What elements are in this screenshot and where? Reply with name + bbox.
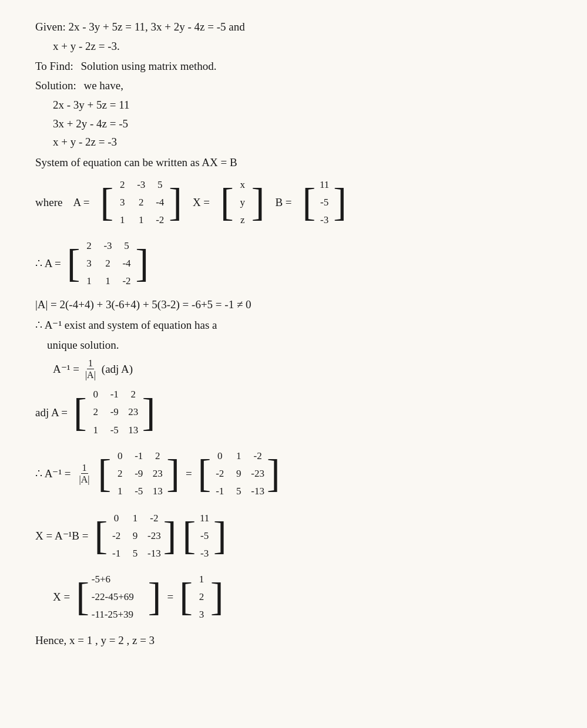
- bracket-right-ainvBL: ]: [163, 519, 177, 553]
- adj13: 2: [127, 386, 140, 403]
- where-label: where: [35, 193, 62, 211]
- bracket-left-A2: [: [67, 247, 80, 281]
- br3: -3: [198, 545, 211, 562]
- a32: 1: [135, 212, 147, 228]
- adj11: 0: [89, 386, 102, 403]
- bracket-right-invL: ]: [166, 457, 180, 491]
- bracket-right-adjA: ]: [142, 396, 156, 430]
- tofind-text: Solution using matrix method.: [80, 60, 216, 72]
- a2-23: -4: [120, 255, 133, 272]
- il12: -1: [132, 448, 145, 464]
- ainvB-right-matrix: [ 11 -5 -3 ]: [182, 508, 226, 564]
- a2-32: 1: [102, 273, 115, 289]
- fraction-den: |A|: [84, 369, 97, 380]
- x2: y: [236, 194, 249, 211]
- therefore-A-label: ∴ A =: [35, 254, 61, 272]
- ainv-formula-label: A⁻¹ =: [53, 360, 79, 378]
- bl22: 9: [129, 528, 142, 544]
- eq3-line: x + y - 2z = -3: [35, 133, 558, 151]
- B-matrix-content: 11 -5 -3: [316, 174, 333, 231]
- adjA-matrix: [ 0 -1 2 2 -9 23 1 -5 13 ]: [73, 384, 155, 440]
- x1: x: [236, 177, 249, 193]
- br2: -5: [198, 528, 211, 544]
- inv-right-matrix: [ 0 1 -2 -2 9 -23 -1 5 -13 ]: [198, 446, 280, 502]
- ainv-exist-line: ∴ A⁻¹ exist and system of equation has a: [35, 316, 558, 334]
- fraction-num: 1: [87, 358, 94, 369]
- x-result-content: 1 2 3: [193, 569, 210, 625]
- A-label: A =: [73, 193, 89, 211]
- xc2: -22-45+69: [92, 589, 146, 605]
- solution-label: Solution:: [35, 79, 76, 92]
- ir21: -2: [213, 466, 226, 482]
- xc1: -5+6: [92, 571, 146, 588]
- bl12: 1: [129, 510, 142, 527]
- bracket-right-B: ]: [333, 186, 347, 220]
- a2-33: -2: [120, 273, 133, 289]
- adjA-label: adj A =: [35, 403, 68, 422]
- inv-right-matrix-content: 0 1 -2 -2 9 -23 -1 5 -13: [211, 446, 267, 502]
- il13: 2: [151, 448, 164, 464]
- x-calc-row: X = [ -5+6 -22-45+69 -11-25+39 ] = [ 1 2…: [35, 569, 558, 625]
- il33: 13: [151, 483, 164, 500]
- B-label: B =: [275, 193, 291, 211]
- ir31: -1: [213, 483, 226, 500]
- adjA-row: adj A = [ 0 -1 2 2 -9 23 1 -5 13 ]: [35, 384, 558, 440]
- il32: -5: [132, 483, 145, 500]
- det-line: |A| = 2(-4+4) + 3(-6+4) + 5(3-2) = -6+5 …: [35, 295, 558, 314]
- bracket-right-xresult: ]: [210, 580, 224, 614]
- il11: 0: [113, 448, 126, 464]
- il22: -9: [132, 466, 145, 482]
- a2-31: 1: [83, 273, 96, 289]
- ir13: -2: [251, 448, 264, 464]
- x-calc-label: X =: [35, 588, 70, 606]
- fraction-num2: 1: [81, 462, 88, 474]
- equals-sign: =: [186, 464, 192, 483]
- A-matrix2: [ 2 -3 5 3 2 -4 1 1 -2 ]: [67, 235, 149, 292]
- a11: 2: [116, 177, 129, 193]
- x-calc-matrix: [ -5+6 -22-45+69 -11-25+39 ]: [76, 569, 161, 625]
- x-result-matrix: [ 1 2 3 ]: [179, 569, 223, 625]
- eq1: 2x - 3y + 5z = 11: [53, 99, 130, 111]
- A-matrix: [ 2 -3 5 3 2 -4 1 1 -2 ]: [100, 174, 182, 231]
- bl32: 5: [129, 545, 142, 562]
- adj31: 1: [89, 422, 102, 439]
- xr3: 3: [195, 606, 208, 623]
- fraction-1-detA: 1 |A|: [84, 358, 97, 380]
- x3: z: [236, 212, 249, 228]
- X-matrix: [ x y z ]: [220, 174, 264, 231]
- bracket-right-xcalc: ]: [148, 580, 162, 614]
- matrices-row: where A = [ 2 -3 5 3 2 -4 1 1 -2 ] X = […: [35, 174, 558, 231]
- eq1-line: 2x - 3y + 5z = 11: [35, 96, 558, 114]
- A-matrix2-content: 2 -3 5 3 2 -4 1 1 -2: [80, 235, 136, 292]
- adj33: 13: [127, 422, 140, 439]
- xAinvB-row: X = A⁻¹B = [ 0 1 -2 -2 9 -23 -1 5 -13 ] …: [35, 508, 558, 564]
- det-text: |A| = 2(-4+4) + 3(-6+4) + 5(3-2) = -6+5 …: [35, 298, 251, 311]
- bracket-right-A: ]: [169, 186, 182, 220]
- adj-label: (adj A): [102, 360, 133, 378]
- adj32: -5: [108, 422, 121, 439]
- bracket-right-A2: ]: [136, 247, 149, 281]
- ainvB-right-content: 11 -5 -3: [196, 508, 213, 564]
- a2-13: 5: [120, 238, 133, 254]
- ainvB-left-matrix: [ 0 1 -2 -2 9 -23 -1 5 -13 ]: [94, 508, 176, 564]
- bl21: -2: [110, 528, 123, 544]
- x-result-equals: =: [167, 588, 174, 606]
- A-matrix-content: 2 -3 5 3 2 -4 1 1 -2: [113, 174, 169, 231]
- b1: 11: [318, 177, 331, 193]
- a13: 5: [153, 177, 166, 193]
- ir33: -13: [251, 483, 264, 500]
- a33: -2: [153, 212, 166, 228]
- given-line2: x + y - 2z = -3.: [35, 37, 558, 55]
- bl31: -1: [110, 545, 123, 562]
- fraction-1-detA2: 1 |A|: [78, 462, 91, 485]
- adj22: -9: [108, 404, 121, 420]
- bracket-left-ainvBL: [: [94, 519, 108, 553]
- page: Given: 2x - 3y + 5z = 11, 3x + 2y - 4z =…: [0, 0, 587, 728]
- a21: 3: [116, 194, 129, 211]
- xr2: 2: [195, 589, 208, 605]
- inv-formula-line: A⁻¹ = 1 |A| (adj A): [35, 358, 558, 380]
- bracket-left-X: [: [220, 186, 234, 220]
- a2-11: 2: [83, 238, 96, 254]
- a22: 2: [135, 194, 147, 211]
- bracket-left-B: [: [303, 186, 316, 220]
